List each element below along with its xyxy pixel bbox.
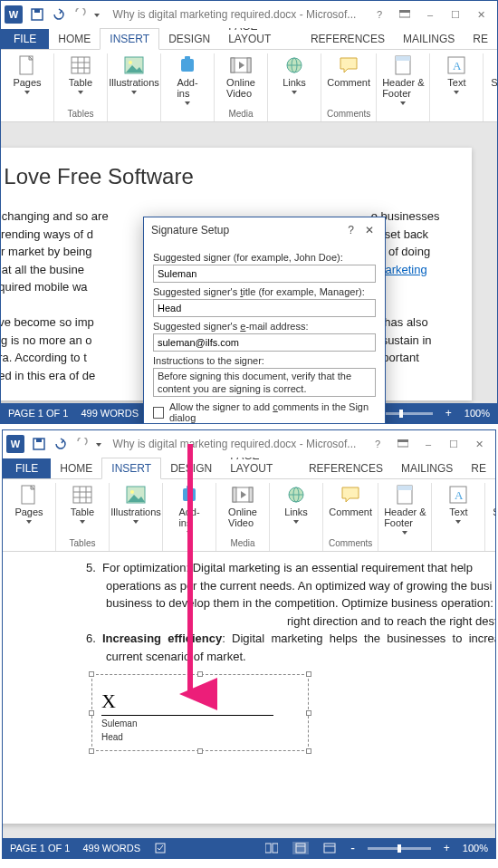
tab-mailings[interactable]: MAILINGS: [394, 29, 464, 49]
links-button[interactable]: Links: [275, 483, 317, 524]
online-video-button[interactable]: Online Video: [222, 483, 263, 528]
addins-button[interactable]: Add- ins: [168, 483, 210, 535]
help-icon[interactable]: ?: [365, 434, 390, 454]
signature-title: Head: [101, 731, 299, 743]
window-title: Why is digital marketing required.docx -…: [102, 8, 367, 21]
maximize-icon[interactable]: ☐: [443, 5, 468, 24]
qat-customize-icon[interactable]: [94, 434, 103, 454]
tab-file[interactable]: FILE: [3, 458, 51, 478]
tab-references[interactable]: REFERENCES: [300, 458, 392, 478]
spellcheck-icon[interactable]: [153, 842, 169, 854]
undo-icon[interactable]: [51, 434, 71, 454]
illustrations-button[interactable]: Illustrations: [115, 483, 157, 524]
save-icon[interactable]: [29, 434, 49, 454]
title-bar-2: W Why is digital marketing required.docx…: [3, 430, 495, 458]
tab-design[interactable]: DESIGN: [159, 29, 219, 49]
symbols-button[interactable]: ΩSymbols: [491, 483, 496, 524]
zoom-in-icon[interactable]: +: [445, 407, 452, 420]
tab-home[interactable]: HOME: [51, 458, 101, 478]
instructions-input[interactable]: Before signing this document, verify tha…: [153, 368, 376, 397]
table-label: Table: [69, 77, 92, 88]
tab-mailings[interactable]: MAILINGS: [392, 458, 462, 478]
symbols-button[interactable]: ΩSymbols: [489, 53, 498, 94]
pages-label: Pages: [13, 77, 41, 88]
svg-rect-46: [187, 486, 192, 490]
web-layout-icon[interactable]: [321, 842, 338, 854]
signer-title-input[interactable]: [153, 299, 376, 317]
symbols-label: Symbols: [491, 77, 498, 88]
signer-input[interactable]: [153, 265, 376, 283]
zoom-level[interactable]: 100%: [464, 408, 490, 419]
save-icon[interactable]: [27, 5, 47, 24]
doc-heading: I Love Free Software: [1, 164, 445, 189]
dialog-titlebar[interactable]: Signature Setup ? ✕: [144, 217, 385, 243]
text-button[interactable]: AText: [436, 53, 477, 94]
media-group-label: Media: [228, 107, 253, 121]
close-icon[interactable]: ✕: [468, 5, 493, 24]
tab-review-trunc[interactable]: RE: [464, 29, 497, 49]
page-indicator[interactable]: PAGE 1 OF 1: [8, 408, 68, 419]
tab-insert[interactable]: INSERT: [100, 28, 159, 50]
svg-point-11: [129, 61, 132, 64]
zoom-slider[interactable]: [368, 847, 431, 850]
comment-button[interactable]: Comment: [330, 483, 371, 517]
tab-review-trunc[interactable]: RE: [462, 458, 495, 478]
zoom-level[interactable]: 100%: [463, 843, 488, 854]
header-footer-label: Header & Footer: [382, 77, 424, 99]
document-area-2[interactable]: 5.For optimization: Digital marketing is…: [3, 552, 495, 838]
tab-references[interactable]: REFERENCES: [302, 29, 394, 49]
table-button[interactable]: Table: [60, 53, 101, 94]
pages-button[interactable]: Pages: [6, 53, 48, 94]
signer-email-label: Suggested signer's e-mail address:: [153, 321, 376, 332]
signature-name: Suleman: [101, 718, 299, 729]
text-button[interactable]: AText: [437, 483, 479, 524]
signer-email-input[interactable]: [153, 333, 376, 352]
allow-comments-label: Allow the signer to add comments in the …: [169, 401, 376, 423]
ribbon-display-icon[interactable]: [392, 5, 417, 24]
redo-icon[interactable]: [72, 434, 92, 454]
table-button[interactable]: Table: [62, 483, 103, 524]
header-footer-button[interactable]: Header & Footer: [384, 483, 426, 535]
links-label: Links: [283, 77, 306, 88]
minimize-icon[interactable]: –: [416, 434, 441, 454]
illustrations-button[interactable]: Illustrations: [113, 53, 155, 94]
ribbon-tabs: FILE HOME INSERT DESIGN PAGE LAYOUT REFE…: [1, 28, 497, 50]
svg-rect-60: [273, 844, 278, 853]
tab-home[interactable]: HOME: [49, 29, 100, 49]
ribbon-display-icon[interactable]: [390, 434, 416, 454]
svg-rect-15: [231, 58, 235, 72]
page-indicator[interactable]: PAGE 1 OF 1: [10, 843, 70, 854]
comment-button[interactable]: Comment: [328, 53, 369, 88]
svg-rect-16: [247, 58, 251, 72]
svg-rect-63: [324, 844, 335, 853]
word-count[interactable]: 499 WORDS: [81, 408, 139, 419]
minimize-icon[interactable]: –: [417, 5, 443, 24]
undo-icon[interactable]: [49, 5, 69, 24]
comments-group-label: Comments: [327, 107, 370, 121]
help-icon[interactable]: ?: [367, 5, 392, 24]
links-button[interactable]: Links: [273, 53, 315, 94]
pages-button[interactable]: Pages: [8, 483, 50, 524]
tab-design[interactable]: DESIGN: [161, 458, 221, 478]
maximize-icon[interactable]: ☐: [441, 434, 466, 454]
zoom-in-icon[interactable]: +: [444, 842, 450, 854]
dialog-help-icon[interactable]: ?: [340, 224, 361, 236]
online-video-button[interactable]: Online Video: [220, 53, 262, 99]
window-title-2: Why is digital marketing required.docx -…: [104, 438, 365, 450]
allow-comments-checkbox[interactable]: [153, 407, 164, 419]
header-footer-button[interactable]: Header & Footer: [382, 53, 424, 105]
word-window-top: W Why is digital marketing required.docx…: [0, 0, 498, 424]
zoom-out-icon[interactable]: -: [350, 841, 355, 855]
addins-button[interactable]: Add- ins: [167, 53, 208, 105]
print-layout-icon[interactable]: [292, 842, 309, 854]
tab-file[interactable]: FILE: [1, 29, 49, 49]
tab-insert[interactable]: INSERT: [101, 458, 161, 479]
close-icon[interactable]: ✕: [466, 434, 492, 454]
read-mode-icon[interactable]: [263, 842, 280, 854]
svg-rect-38: [73, 487, 91, 503]
dialog-close-icon[interactable]: ✕: [361, 224, 378, 236]
word-count[interactable]: 499 WORDS: [82, 843, 140, 854]
signature-line[interactable]: X Suleman Head: [91, 674, 309, 751]
redo-icon[interactable]: [71, 5, 91, 24]
qat-customize-icon[interactable]: [92, 5, 101, 24]
